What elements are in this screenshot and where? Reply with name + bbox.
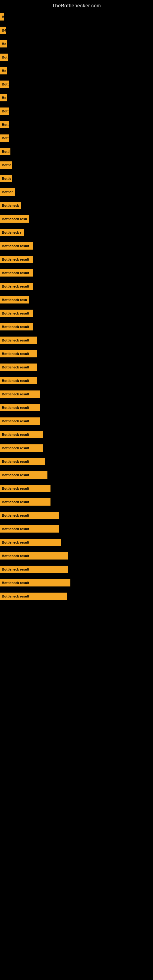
bar-row: Bottler (0, 185, 153, 199)
bar-row: Bo (0, 64, 153, 78)
bar-row: Bottleneck result (0, 441, 153, 455)
bar-label: Bott (0, 81, 9, 88)
bar-label: Bot (0, 54, 8, 61)
bar-row: Bottleneck result (0, 239, 153, 253)
bar-row: Bottleneck result (0, 266, 153, 280)
bar-row: Bottleneck result (0, 563, 153, 576)
bar-label: Bottleneck result (0, 269, 33, 277)
bar-label: Bottleneck result (0, 579, 70, 587)
bar-label: Bottleneck result (0, 566, 68, 573)
bar-row: Bottleneck result (0, 590, 153, 603)
bar-row: Bottleneck result (0, 468, 153, 482)
bar-label: Bottleneck result (0, 539, 61, 546)
bar-label: Bottleneck result (0, 404, 40, 411)
bar-label: Bottleneck result (0, 444, 43, 452)
bar-row: Bottl (0, 145, 153, 158)
bar-row: Bottleneck result (0, 522, 153, 536)
bar-label: Bottleneck result (0, 417, 40, 425)
bar-row: Bottleneck (0, 199, 153, 212)
bars-container: BB4BoBotBoBottBoBottBottBottBottlBottleB… (0, 10, 153, 603)
bar-label: Bottleneck result (0, 242, 33, 250)
bar-label: Bott (0, 108, 9, 115)
bar-row: Bottleneck result (0, 549, 153, 563)
bar-row: Bottleneck result (0, 374, 153, 387)
bar-label: Bottle (0, 175, 12, 182)
bar-row: B (0, 10, 153, 24)
bar-label: Bottleneck result (0, 431, 43, 438)
bar-row: Bottleneck resu (0, 212, 153, 226)
bar-row: Bottleneck result (0, 509, 153, 522)
bar-label: Bottleneck result (0, 310, 33, 317)
bar-label: Bo (0, 40, 7, 48)
bar-label: Bottleneck result (0, 323, 33, 331)
bar-row: Bottleneck result (0, 320, 153, 334)
bar-label: Bottleneck result (0, 458, 45, 465)
bar-label: Bottleneck result (0, 283, 33, 290)
bar-row: Bo (0, 91, 153, 105)
bar-label: Bottleneck r (0, 229, 24, 236)
bar-row: Bottleneck resu (0, 293, 153, 307)
bar-row: Bott (0, 131, 153, 145)
bar-label: Bottler (0, 188, 15, 196)
bar-row: Bottleneck result (0, 536, 153, 549)
bar-row: Bottleneck result (0, 482, 153, 495)
bar-label: Bottleneck result (0, 593, 67, 600)
bar-row: Bottleneck result (0, 576, 153, 590)
bar-label: Bottle (0, 161, 12, 169)
bar-row: Bottle (0, 172, 153, 185)
bar-row: B4 (0, 24, 153, 37)
bar-row: Bott (0, 78, 153, 91)
bar-row: Bott (0, 118, 153, 131)
bar-label: Bottleneck result (0, 377, 37, 384)
bar-label: Bottleneck result (0, 390, 40, 398)
bar-label: Bottleneck result (0, 471, 48, 479)
bar-label: Bottleneck resu (0, 215, 29, 223)
bar-label: Bottleneck result (0, 256, 33, 263)
bar-label: Bo (0, 67, 7, 75)
bar-row: Bottleneck result (0, 307, 153, 320)
bar-row: Bottleneck result (0, 387, 153, 401)
bar-label: Bottleneck result (0, 512, 59, 519)
bar-label: Bottleneck result (0, 498, 51, 506)
bar-label: Bottleneck result (0, 364, 37, 371)
bar-label: B4 (0, 27, 6, 34)
bar-row: Bott (0, 105, 153, 118)
bar-label: Bott (0, 134, 9, 142)
bar-row: Bottleneck result (0, 428, 153, 441)
bar-label: Bottleneck result (0, 350, 37, 357)
bar-label: Bottleneck resu (0, 296, 29, 304)
bar-label: B (0, 13, 4, 21)
bar-label: Bottleneck result (0, 525, 59, 533)
bar-row: Bottleneck result (0, 347, 153, 360)
site-title: TheBottlenecker.com (0, 0, 153, 10)
bar-label: Bottleneck result (0, 552, 68, 560)
bar-row: Bottleneck result (0, 401, 153, 414)
bar-row: Bot (0, 51, 153, 64)
bar-row: Bottleneck result (0, 495, 153, 509)
bar-row: Bo (0, 37, 153, 51)
bar-row: Bottleneck result (0, 334, 153, 347)
bar-label: Bottleneck result (0, 485, 51, 492)
bar-label: Bott (0, 121, 9, 128)
bar-row: Bottleneck r (0, 226, 153, 239)
bar-row: Bottle (0, 158, 153, 172)
bar-row: Bottleneck result (0, 280, 153, 293)
bar-label: Bottleneck result (0, 337, 37, 344)
bar-row: Bottleneck result (0, 360, 153, 374)
bar-label: Bottleneck (0, 202, 21, 209)
bar-row: Bottleneck result (0, 455, 153, 468)
bar-row: Bottleneck result (0, 253, 153, 266)
bar-row: Bottleneck result (0, 414, 153, 428)
bar-label: Bottl (0, 148, 10, 155)
bar-label: Bo (0, 94, 7, 101)
